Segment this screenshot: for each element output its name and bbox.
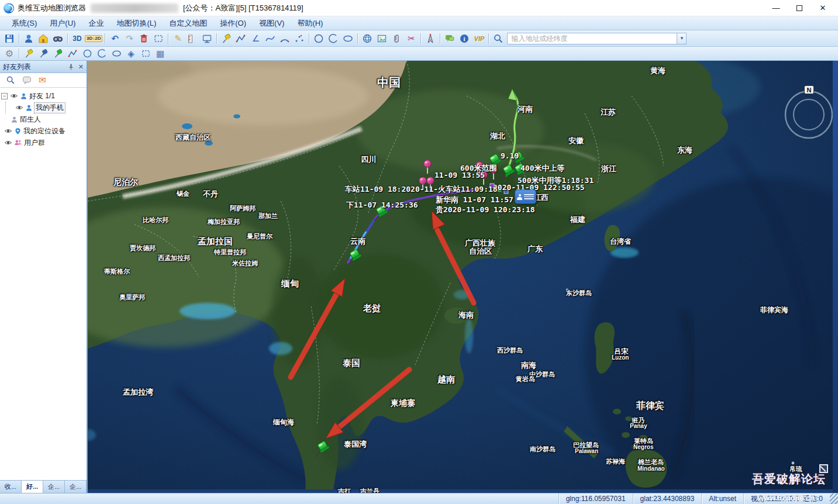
grid-tool-button[interactable]: ▦ [153,47,167,60]
map-viewport[interactable]: 中国黄海河南江苏湖北安徽东海浙江四川江西福建台湾省广东广西壮族自治区云南西藏自治… [88,61,833,493]
cut-button[interactable]: ✂ [404,32,418,45]
tab-favorites[interactable]: 收... [0,481,22,493]
favorites-button[interactable] [36,32,50,45]
address-search: ▼ [507,33,687,44]
blue-pin-button[interactable] [36,47,50,60]
right-border-strip [833,61,838,493]
forum-watermark: 吾爱破解论坛 [752,471,826,487]
search-dropdown-arrow[interactable]: ▼ [677,33,687,44]
polygon-tool-button[interactable]: ◈ [124,47,138,60]
menu-system[interactable]: 系统(S) [6,17,43,30]
draw-pencil-button[interactable]: ✎ [171,32,185,45]
status-bar: glng:116.05957031 glat:23.44308893 Alt:u… [0,493,838,504]
friend-person-icon [20,92,27,100]
tree-item-strangers[interactable]: 陌生人 [1,113,85,125]
delete-button[interactable] [137,32,151,45]
add-polyline-button[interactable] [234,32,248,45]
green-pin-button[interactable] [51,47,65,60]
contact-person-glyph [517,194,522,199]
sphere-button[interactable] [360,32,374,45]
settings-gear-button[interactable]: ⚙ [2,47,16,60]
visibility-eye-icon[interactable] [4,127,12,135]
tree-connector [5,102,13,113]
panel-pin-icon[interactable] [67,63,75,71]
resize-grip[interactable] [830,493,838,504]
menu-custom-map[interactable]: 自定义地图 [163,17,213,30]
tree-item-label: 陌生人 [20,115,41,125]
status-view-angle: 视角:2111019.2 通信:0 [743,493,830,504]
tower-button[interactable] [423,32,437,45]
address-search-input[interactable] [507,33,677,44]
panel-close-icon[interactable]: ✕ [78,63,84,71]
yellow-pin-button[interactable] [22,47,36,60]
vip-button[interactable]: VIP [472,32,486,45]
minimize-button[interactable]: — [764,1,788,15]
add-placemark-button[interactable] [219,32,233,45]
add-angle-button[interactable]: ∠ [249,32,263,45]
search-icon[interactable] [491,32,505,45]
info-button[interactable] [457,32,471,45]
add-scatter-button[interactable] [292,32,306,45]
menu-enterprise[interactable]: 企业 [82,17,109,30]
menu-view[interactable]: 视图(V) [253,17,290,30]
forum-button[interactable] [443,32,457,45]
visibility-eye-icon[interactable] [10,92,18,100]
save-button[interactable] [2,32,16,45]
friend-person-icon [25,104,33,112]
select-area-button[interactable] [151,32,165,45]
tree-item-user-groups[interactable]: 用户群 [1,137,85,149]
add-circle-button[interactable] [312,32,326,45]
3d-2d-toggle-button[interactable]: 3D↓2D [85,32,102,45]
redo-button[interactable]: ↷ [122,32,136,45]
tree-item-label: 用户群 [24,138,45,148]
account-title-text: [公众号：A致富][5] [T15367814119] [183,3,304,13]
satellite-map[interactable] [88,61,833,489]
close-button[interactable]: ✕ [811,1,834,15]
undo-button[interactable]: ↶ [108,32,122,45]
visibility-eye-icon[interactable] [4,139,12,147]
view-angle-value: 视角:2111019.2 [751,494,799,504]
tab-friends[interactable]: 好... [22,481,43,493]
user-button[interactable] [22,32,36,45]
tree-item-my-phone[interactable]: 我的手机 [1,102,85,113]
mail-icon[interactable]: ✉ [39,75,46,85]
menu-operation[interactable]: 操作(O) [214,17,252,30]
3d-button[interactable]: 3D [70,32,84,45]
tree-item-label: 好友 1/1 [29,91,55,101]
measure-button[interactable] [185,32,199,45]
island-hainan [444,308,468,324]
chat-bubble-icon[interactable] [22,75,32,85]
friends-panel: 好友列表 ✕ ✉ − 好友 1/1 我的手机 [0,61,88,493]
maximize-button[interactable] [788,1,811,15]
app-title-text: 奥维互动地图浏览器 [18,3,86,13]
menu-user[interactable]: 用户(U) [44,17,81,30]
add-arc-circle-button[interactable] [326,32,340,45]
tree-item-my-devices[interactable]: 我的定位设备 [1,125,85,137]
sidebar-tabs: 收... 好... 企... 企... [0,480,87,493]
contact-card-icon[interactable] [515,189,536,204]
polyline-tool-button[interactable] [65,47,80,60]
window-title: 奥维互动地图浏览器 [公众号：A致富][5] [T15367814119] [18,3,304,13]
rect-select-tool-button[interactable] [139,47,153,60]
menu-map-switch[interactable]: 地图切换(L) [111,17,162,30]
circle-tool-button[interactable] [80,47,94,60]
ellipse-tool-button[interactable] [109,47,123,60]
tree-item-friends[interactable]: − 好友 1/1 [1,90,85,102]
attachment-button[interactable] [389,32,404,45]
friend-search-icon[interactable] [6,75,15,85]
arc-tool-button[interactable] [95,47,109,60]
add-ellipse-button[interactable] [341,32,355,45]
status-glng: glng:116.05957031 [558,493,633,504]
friends-panel-toolbar: ✉ [0,73,87,88]
search-objects-button[interactable] [51,32,65,45]
add-curve-button[interactable] [263,32,277,45]
add-arc-button[interactable] [278,32,292,45]
tab-enterprise-2[interactable]: 企... [65,481,87,493]
status-altitude: Alt:unset [701,493,743,504]
collapse-toggle-icon[interactable]: − [1,93,8,99]
screenshot-button[interactable] [200,32,214,45]
tab-enterprise-1[interactable]: 企... [43,481,65,493]
visibility-eye-icon[interactable] [15,103,23,112]
image-overlay-button[interactable] [375,32,389,45]
menu-help[interactable]: 帮助(H) [291,17,329,30]
